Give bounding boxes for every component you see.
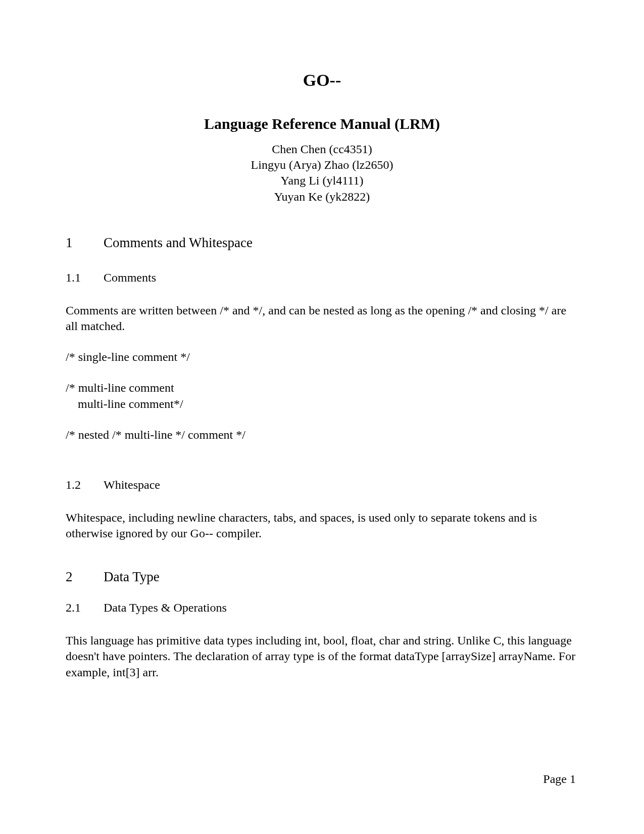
section-title: Comments and Whitespace <box>104 235 253 251</box>
section-title: Data Type <box>104 569 160 585</box>
subsection-title: Data Types & Operations <box>104 601 227 615</box>
code-example: /* nested /* multi-line */ comment */ <box>66 427 578 443</box>
document-title: GO-- <box>66 71 578 90</box>
subsection-number: 1.2 <box>66 478 104 492</box>
section-number: 1 <box>66 235 104 251</box>
author: Yang Li (yl4111) <box>66 173 578 189</box>
subsection-number: 2.1 <box>66 601 104 615</box>
code-example: /* multi-line comment multi-line comment… <box>66 380 578 411</box>
paragraph: This language has primitive data types i… <box>66 633 578 680</box>
subsection-heading-1-2: 1.2 Whitespace <box>66 478 578 492</box>
section-heading-2: 2 Data Type <box>66 569 578 585</box>
paragraph: Whitespace, including newline characters… <box>66 510 578 541</box>
page-number: Page 1 <box>543 772 576 786</box>
subsection-number: 1.1 <box>66 271 104 285</box>
author: Yuyan Ke (yk2822) <box>66 189 578 205</box>
section-heading-1: 1 Comments and Whitespace <box>66 235 578 251</box>
subsection-heading-2-1: 2.1 Data Types & Operations <box>66 601 578 615</box>
document-subtitle: Language Reference Manual (LRM) <box>66 115 578 132</box>
subsection-title: Whitespace <box>104 478 160 492</box>
authors-list: Chen Chen (cc4351) Lingyu (Arya) Zhao (l… <box>66 142 578 205</box>
subsection-title: Comments <box>104 271 156 285</box>
subsection-heading-1-1: 1.1 Comments <box>66 271 578 285</box>
author: Lingyu (Arya) Zhao (lz2650) <box>66 157 578 173</box>
paragraph: Comments are written between /* and */, … <box>66 303 578 334</box>
section-number: 2 <box>66 569 104 585</box>
code-example: /* single-line comment */ <box>66 349 578 365</box>
author: Chen Chen (cc4351) <box>66 142 578 157</box>
